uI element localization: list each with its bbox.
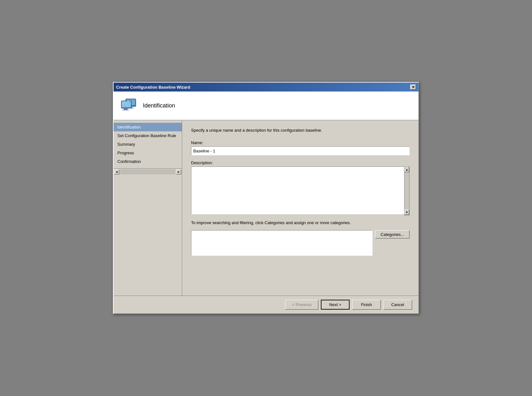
- description-scrollbar: ▲ ▼: [404, 166, 410, 215]
- name-input[interactable]: [191, 146, 410, 155]
- finish-button[interactable]: Finish: [352, 300, 381, 310]
- close-button[interactable]: ✕: [410, 84, 416, 90]
- sidebar-scroll-track: [120, 169, 175, 174]
- svg-rect-8: [122, 102, 125, 103]
- wizard-window: Create Configuration Baseline Wizard ✕ I…: [113, 82, 419, 314]
- categories-row: Categories...: [191, 230, 410, 256]
- sidebar-scrollbar: ◄ ►: [114, 168, 182, 175]
- description-field-group: Description: ▲ ▼: [191, 160, 410, 215]
- svg-rect-9: [127, 100, 129, 101]
- sidebar-scroll-right[interactable]: ►: [176, 169, 181, 174]
- sidebar-scroll-left[interactable]: ◄: [114, 169, 119, 174]
- categories-button[interactable]: Categories...: [375, 230, 410, 238]
- main-content: Identification Set Configuration Baselin…: [114, 120, 418, 296]
- description-label: Description:: [191, 160, 410, 165]
- desc-scroll-down[interactable]: ▼: [404, 209, 409, 215]
- content-panel: Specify a unique name and a description …: [182, 120, 418, 296]
- instruction-text: Specify a unique name and a description …: [191, 128, 410, 133]
- sidebar-item-set-config[interactable]: Set Configuration Baseline Rule: [114, 131, 182, 140]
- categories-box: [191, 230, 373, 256]
- sidebar-item-confirmation[interactable]: Confirmation: [114, 157, 182, 166]
- next-button[interactable]: Next >: [321, 300, 350, 310]
- description-container: ▲ ▼: [191, 166, 410, 215]
- previous-button[interactable]: < Previous: [285, 300, 318, 310]
- header-panel: Identification: [114, 92, 418, 120]
- name-label: Name:: [191, 140, 410, 145]
- svg-rect-7: [122, 110, 129, 110]
- desc-scroll-track: [404, 172, 409, 209]
- sidebar-item-progress[interactable]: Progress: [114, 149, 182, 157]
- header-icon: [120, 96, 138, 115]
- sidebar: Identification Set Configuration Baselin…: [114, 120, 182, 168]
- desc-scroll-up[interactable]: ▲: [404, 167, 409, 172]
- sidebar-container: Identification Set Configuration Baselin…: [114, 120, 182, 296]
- footer-panel: < Previous Next > Finish Cancel: [114, 296, 418, 313]
- header-title: Identification: [143, 102, 175, 109]
- sidebar-item-summary[interactable]: Summary: [114, 140, 182, 149]
- categories-hint: To improve searching and filtering, clic…: [191, 220, 410, 225]
- description-textarea[interactable]: [191, 166, 410, 214]
- window-title: Create Configuration Baseline Wizard: [116, 85, 190, 90]
- svg-rect-6: [124, 108, 128, 110]
- cancel-button[interactable]: Cancel: [383, 300, 412, 310]
- name-field-group: Name:: [191, 140, 410, 155]
- sidebar-item-identification[interactable]: Identification: [114, 123, 182, 131]
- title-bar: Create Configuration Baseline Wizard ✕: [114, 83, 418, 92]
